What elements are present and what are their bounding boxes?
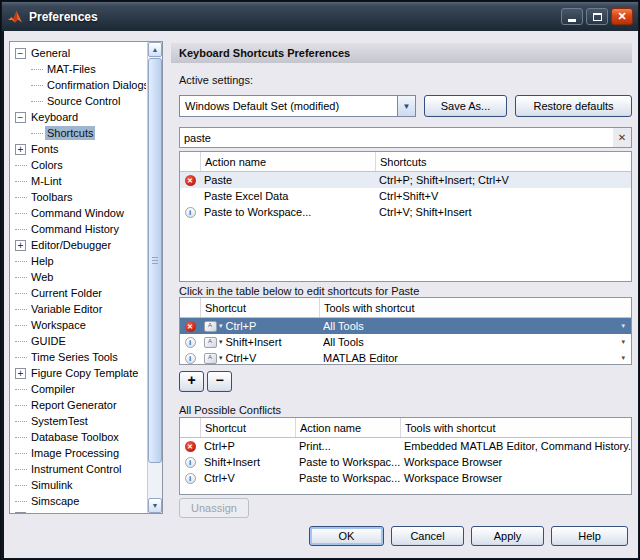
shortcut-text: Ctrl+V xyxy=(226,352,257,364)
table-row[interactable]: ✕▾Ctrl+PAll Tools▾ xyxy=(180,318,631,334)
tree-item-confirmation-dialogs[interactable]: Confirmation Dialogs xyxy=(10,77,146,93)
tree-item-label: Variable Editor xyxy=(29,302,104,316)
maximize-button[interactable] xyxy=(586,8,608,25)
column-header xyxy=(180,418,200,437)
tree-connector xyxy=(15,197,27,198)
chevron-down-icon[interactable]: ▾ xyxy=(219,322,223,330)
tree-scrollbar[interactable]: ▲ ▼ xyxy=(147,42,162,513)
tree-item-keyboard[interactable]: −Keyboard xyxy=(10,109,146,125)
scrollbar-up-icon[interactable]: ▲ xyxy=(148,42,162,57)
tree-item-systemtest[interactable]: SystemTest xyxy=(10,413,146,429)
remove-shortcut-button[interactable]: − xyxy=(207,371,232,392)
apply-button[interactable]: Apply xyxy=(471,526,544,546)
shortcut-search-box: ✕ xyxy=(179,127,632,148)
tree-connector xyxy=(15,325,27,326)
save-as-button[interactable]: Save As... xyxy=(424,95,507,117)
tree-item-editor-debugger[interactable]: +Editor/Debugger xyxy=(10,237,146,253)
tree-item-figure-copy-template[interactable]: +Figure Copy Template xyxy=(10,365,146,381)
tree-item-report-generator[interactable]: Report Generator xyxy=(10,397,146,413)
tree-item-label: Keyboard xyxy=(29,110,80,124)
active-settings-combo[interactable]: Windows Default Set (modified) ▼ xyxy=(179,95,416,117)
chevron-down-icon[interactable]: ▾ xyxy=(621,338,629,346)
scrollbar-down-icon[interactable]: ▼ xyxy=(148,498,162,513)
tree-item-compiler[interactable]: Compiler xyxy=(10,381,146,397)
tree-item-simulink-3d-animation[interactable]: +Simulink 3D Animation xyxy=(10,509,146,513)
tree-item-label: Image Processing xyxy=(29,446,121,460)
chevron-down-icon[interactable]: ▼ xyxy=(397,96,415,116)
tree-item-time-series-tools[interactable]: Time Series Tools xyxy=(10,349,146,365)
minus-expander-icon[interactable]: − xyxy=(15,48,26,59)
cancel-button[interactable]: Cancel xyxy=(391,526,464,546)
clear-search-icon[interactable]: ✕ xyxy=(613,128,631,147)
table-row[interactable]: i▾Shift+InsertAll Tools▾ xyxy=(180,334,631,350)
tree-item-shortcuts[interactable]: Shortcuts xyxy=(10,125,146,141)
tree-item-label: Toolbars xyxy=(29,190,75,204)
table-row[interactable]: iPaste to Workspace...Ctrl+V; Shift+Inse… xyxy=(180,204,631,220)
tree-item-colors[interactable]: Colors xyxy=(10,157,146,173)
close-button[interactable]: ✕ xyxy=(611,8,633,25)
chevron-down-icon[interactable]: ▾ xyxy=(621,322,629,330)
table-row[interactable]: i▾Ctrl+VMATLAB Editor▾ xyxy=(180,350,631,365)
minimize-button[interactable] xyxy=(561,8,583,25)
shortcuts-table: ShortcutTools with shortcut✕▾Ctrl+PAll T… xyxy=(179,297,632,365)
table-row[interactable]: iCtrl+VPaste to Workspac...Workspace Bro… xyxy=(180,470,631,486)
tree-item-toolbars[interactable]: Toolbars xyxy=(10,189,146,205)
plus-expander-icon[interactable]: + xyxy=(15,240,26,251)
tree-item-variable-editor[interactable]: Variable Editor xyxy=(10,301,146,317)
tree-item-mat-files[interactable]: MAT-Files xyxy=(10,61,146,77)
tree-item-simscape[interactable]: Simscape xyxy=(10,493,146,509)
restore-defaults-button[interactable]: Restore defaults xyxy=(515,95,632,117)
table-row[interactable]: Paste Excel DataCtrl+Shift+V xyxy=(180,188,631,204)
ok-button[interactable]: OK xyxy=(309,526,384,546)
tree-item-general[interactable]: −General xyxy=(10,45,146,61)
table-row[interactable]: iShift+InsertPaste to Workspac...Workspa… xyxy=(180,454,631,470)
plus-expander-icon[interactable]: + xyxy=(15,512,26,514)
tree-item-image-processing[interactable]: Image Processing xyxy=(10,445,146,461)
plus-expander-icon[interactable]: + xyxy=(15,368,26,379)
row-status-cell: i xyxy=(180,204,200,220)
error-icon: ✕ xyxy=(185,175,196,186)
tree-item-instrument-control[interactable]: Instrument Control xyxy=(10,461,146,477)
edit-caption: Click in the table below to edit shortcu… xyxy=(179,285,419,297)
minus-expander-icon[interactable]: − xyxy=(15,112,26,123)
tree-item-simulink[interactable]: Simulink xyxy=(10,477,146,493)
chevron-down-icon[interactable]: ▾ xyxy=(621,354,629,362)
chevron-down-icon[interactable]: ▾ xyxy=(219,338,223,346)
column-header: Action name xyxy=(200,152,375,171)
matlab-logo-icon xyxy=(7,9,23,25)
column-header: Shortcuts xyxy=(375,152,631,171)
tree-item-label: Database Toolbox xyxy=(29,430,121,444)
tree-item-help[interactable]: Help xyxy=(10,253,146,269)
shortcuts-cell: Ctrl+Shift+V xyxy=(375,188,631,204)
scrollbar-thumb[interactable] xyxy=(148,58,162,463)
tree-item-label: Compiler xyxy=(29,382,77,396)
search-input[interactable] xyxy=(180,132,613,144)
table-row[interactable]: ✕Ctrl+PPrint...Embedded MATLAB Editor, C… xyxy=(180,438,631,454)
tools-cell: Workspace Browser xyxy=(400,470,631,486)
tree-item-guide[interactable]: GUIDE xyxy=(10,333,146,349)
info-icon: i xyxy=(185,457,196,468)
action-name-cell: Paste to Workspac... xyxy=(295,454,400,470)
tools-cell: All Tools▾ xyxy=(319,334,631,350)
row-status-cell: ✕ xyxy=(180,172,200,188)
tree-item-label: Simscape xyxy=(29,494,81,508)
plus-expander-icon[interactable]: + xyxy=(15,144,26,155)
unassign-button[interactable]: Unassign xyxy=(179,498,249,518)
help-button[interactable]: Help xyxy=(551,526,628,546)
tree-item-source-control[interactable]: Source Control xyxy=(10,93,146,109)
tree-item-fonts[interactable]: +Fonts xyxy=(10,141,146,157)
tree-item-command-history[interactable]: Command History xyxy=(10,221,146,237)
tree-item-web[interactable]: Web xyxy=(10,269,146,285)
shortcut-cell: ▾Ctrl+V xyxy=(200,350,319,365)
add-shortcut-button[interactable]: + xyxy=(179,371,204,392)
tree-item-label: Report Generator xyxy=(29,398,119,412)
tree-item-database-toolbox[interactable]: Database Toolbox xyxy=(10,429,146,445)
tree-item-current-folder[interactable]: Current Folder xyxy=(10,285,146,301)
table-row[interactable]: ✕PasteCtrl+P; Shift+Insert; Ctrl+V xyxy=(180,172,631,188)
chevron-down-icon[interactable]: ▾ xyxy=(219,354,223,362)
tree-item-m-lint[interactable]: M-Lint xyxy=(10,173,146,189)
shortcuts-cell: Ctrl+V; Shift+Insert xyxy=(375,204,631,220)
tree-item-command-window[interactable]: Command Window xyxy=(10,205,146,221)
tools-cell: All Tools▾ xyxy=(319,318,631,334)
tree-item-workspace[interactable]: Workspace xyxy=(10,317,146,333)
